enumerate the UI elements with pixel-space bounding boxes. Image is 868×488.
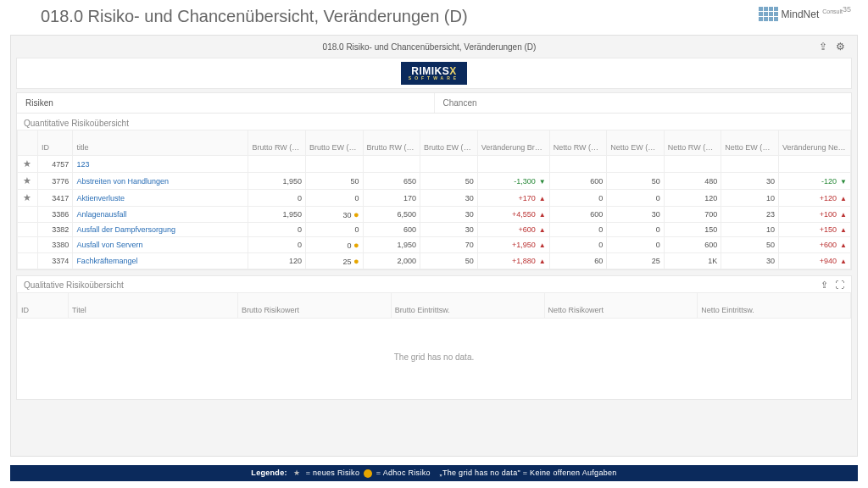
tab-risiken[interactable]: Risiken [17, 93, 434, 113]
cell: 0 [607, 237, 665, 253]
star-icon: ★ [18, 156, 38, 173]
cell: 480 [664, 173, 721, 190]
col-brw-vj[interactable]: Brutto RW (T€) Vj. [248, 130, 306, 156]
cell-title-link[interactable]: Fachkräftemangel [73, 253, 248, 269]
app-title: 018.0 Risiko- und Chancenübersicht, Verä… [40, 42, 819, 52]
brand-sub: Consult [822, 8, 843, 14]
cell-delta [778, 156, 850, 173]
star-icon [18, 223, 38, 237]
cell-title-link[interactable]: Abstreiten von Handlungen [73, 173, 248, 190]
star-icon: ★ [18, 173, 38, 190]
legend-bar: Legende: ★ = neues Risiko = Adhoc Risiko… [10, 465, 858, 481]
empty-message: The grid has no data. [17, 319, 851, 399]
table-row[interactable]: ★4757123 [18, 156, 851, 173]
col-bew-aj[interactable]: Brutto EW (%) akt. Jahr [420, 130, 478, 156]
table-row[interactable]: 3382Ausfall der Dampfversorgung0060030+6… [18, 223, 851, 237]
cell: 60 [549, 253, 607, 269]
qcol-id[interactable]: ID [18, 293, 69, 319]
cell: 30 ● [305, 207, 363, 223]
cell-id: 3386 [37, 207, 72, 223]
legend-adhoc: = Adhoc Risiko [376, 469, 431, 477]
cell-delta: -120 [778, 173, 850, 190]
col-new-vj[interactable]: Netto EW (%) Vj. [607, 130, 665, 156]
qcol-br[interactable]: Brutto Risikowert [238, 293, 392, 319]
cell-delta: +170 [477, 190, 549, 207]
cell [549, 156, 607, 173]
cell-id: 3382 [37, 223, 72, 237]
cell-delta: +1,880 [477, 253, 549, 269]
rimiks-logo: RIMIKSXSOFTWARE [401, 62, 467, 85]
expand-icon[interactable]: ⛶ [835, 280, 844, 291]
cell: 2,000 [363, 253, 420, 269]
cell: 10 [721, 223, 779, 237]
cell: 120 [248, 253, 306, 269]
share-icon[interactable]: ⇪ [819, 41, 827, 53]
cell: 1K [664, 253, 721, 269]
table-row[interactable]: 3386Anlagenausfall1,95030 ●6,50030+4,550… [18, 207, 851, 223]
table-row[interactable]: ★3417Aktienverluste0017030+1700012010+12… [18, 190, 851, 207]
col-title[interactable]: title [73, 130, 248, 156]
product-logo-row: RIMIKSXSOFTWARE [16, 58, 852, 89]
cell: 0 [248, 190, 306, 207]
col-bew-vj[interactable]: Brutto EW (%) Vj. [305, 130, 363, 156]
col-d-brw[interactable]: Veränderung Brutto RW (T€) [477, 130, 549, 156]
brand-name: MindNet [782, 8, 820, 20]
settings-icon[interactable]: ⚙ [836, 41, 845, 53]
qcol-nr[interactable]: Netto Risikowert [544, 293, 698, 319]
col-d-nrw[interactable]: Veränderung Netto RW (T€) [778, 130, 850, 156]
cell: 0 [607, 190, 665, 207]
cell: 50 [305, 173, 363, 190]
cell [248, 156, 306, 173]
cell-title-link[interactable]: Anlagenausfall [73, 207, 248, 223]
cell [363, 156, 420, 173]
cell-id: 3776 [37, 173, 72, 190]
cell: 30 [420, 190, 478, 207]
col-id[interactable]: ID [37, 130, 72, 156]
cell: 23 [721, 207, 779, 223]
col-nrw-vj[interactable]: Netto RW (T€) Vj. [549, 130, 607, 156]
cell: 30 [721, 173, 779, 190]
qcol-ne[interactable]: Netto Eintrittsw. [698, 293, 851, 319]
cell [420, 156, 478, 173]
qual-section: Qualitative Risikoübersicht ⇪ ⛶ ID Titel… [16, 275, 852, 400]
col-brw-aj[interactable]: Brutto RW (T€) akt. Jahr [363, 130, 420, 156]
cell: 0 [549, 223, 607, 237]
cell: 30 [721, 253, 779, 269]
cell-delta: +1,950 [477, 237, 549, 253]
col-nrw-aj[interactable]: Netto RW (T€) akt. Jahr [664, 130, 721, 156]
cell-id: 3380 [37, 237, 72, 253]
cell: 30 [420, 223, 478, 237]
legend-neues: = neues Risiko [306, 469, 359, 477]
star-icon: ★ [18, 190, 38, 207]
cell-id: 3374 [37, 253, 72, 269]
qcol-titel[interactable]: Titel [69, 293, 238, 319]
table-row[interactable]: 3374Fachkräftemangel12025 ●2,00050+1,880… [18, 253, 851, 269]
table-row[interactable]: 3380Ausfall von Servern00 ●1,95070+1,950… [18, 237, 851, 253]
tab-chancen[interactable]: Chancen [434, 93, 852, 113]
slide-title: 018.0 Risiko- und Chancenübersicht, Verä… [41, 7, 468, 26]
cell: 25 ● [305, 253, 363, 269]
qcol-be[interactable]: Brutto Eintrittsw. [391, 293, 544, 319]
warning-icon: ● [353, 240, 359, 250]
cell: 50 [420, 253, 478, 269]
cell-title-link[interactable]: Ausfall der Dampfversorgung [73, 223, 248, 237]
cell [305, 156, 363, 173]
cell: 600 [363, 223, 420, 237]
cell: 150 [664, 223, 721, 237]
col-new-aj[interactable]: Netto EW (%) akt. Jahr [721, 130, 779, 156]
cell-title-link[interactable]: 123 [73, 156, 248, 173]
page-number: 35 [843, 5, 851, 14]
cell-title-link[interactable]: Aktienverluste [73, 190, 248, 207]
cell-title-link[interactable]: Ausfall von Servern [73, 237, 248, 253]
legend-star-icon: ★ [293, 469, 300, 477]
cell-delta: +120 [778, 190, 850, 207]
cell: 0 ● [305, 237, 363, 253]
quant-section: Quantitative Risikoübersicht ID title Br… [16, 113, 852, 270]
export-icon[interactable]: ⇪ [821, 280, 828, 291]
cell: 600 [549, 207, 607, 223]
cell: 30 [420, 207, 478, 223]
cell: 25 [607, 253, 665, 269]
cell: 120 [664, 190, 721, 207]
table-row[interactable]: ★3776Abstreiten von Handlungen1,95050650… [18, 173, 851, 190]
cell-delta: +100 [778, 207, 850, 223]
